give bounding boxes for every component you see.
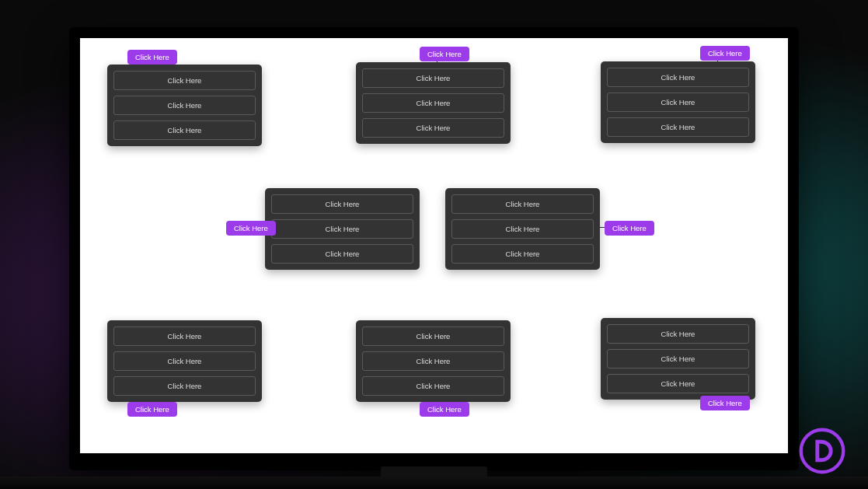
dropdown-item[interactable]: Click Here [607,68,749,87]
dropdown-item[interactable]: Click Here [113,71,256,90]
dropdown-item[interactable]: Click Here [113,121,256,140]
trigger-button-bot-left[interactable]: Click Here [127,402,177,417]
trigger-button-mid-left[interactable]: Click Here [226,221,276,236]
dropdown-item[interactable]: Click Here [362,376,504,396]
dropdown-item[interactable]: Click Here [362,118,504,138]
trigger-button-mid-right[interactable]: Click Here [605,221,654,236]
dropdown-panel-mid-right: Click HereClick HereClick Here [445,188,600,270]
dropdown-item[interactable]: Click Here [362,93,504,113]
divi-logo-icon [798,427,846,475]
dropdown-item[interactable]: Click Here [271,244,413,264]
dropdown-item[interactable]: Click Here [362,327,504,346]
dropdown-item[interactable]: Click Here [271,219,413,239]
trigger-button-bot-right[interactable]: Click Here [700,396,750,410]
dropdown-item[interactable]: Click Here [451,194,594,214]
dropdown-panel-mid-left: Click HereClick HereClick Here [265,188,420,270]
monitor-screen: Click HereClick HereClick HereClick Here… [80,38,788,453]
dropdown-panel-bot-right: Click HereClick HereClick Here [601,318,755,400]
dropdown-item[interactable]: Click Here [271,194,413,214]
dropdown-panel-top-right: Click HereClick HereClick Here [601,61,755,143]
dropdown-item[interactable]: Click Here [607,93,749,112]
dropdown-item[interactable]: Click Here [607,349,749,368]
trigger-button-bot-center[interactable]: Click Here [420,402,469,417]
trigger-button-top-center[interactable]: Click Here [420,47,469,61]
desk-surface [0,477,868,489]
dropdown-item[interactable]: Click Here [607,374,749,393]
dropdown-panel-bot-left: Click HereClick HereClick Here [107,320,262,402]
dropdown-item[interactable]: Click Here [607,324,749,344]
svg-point-0 [801,430,844,473]
dropdown-panel-top-left: Click HereClick HereClick Here [107,65,262,146]
monitor-frame: Click HereClick HereClick HereClick Here… [69,27,799,470]
dropdown-item[interactable]: Click Here [113,96,256,115]
trigger-button-top-right[interactable]: Click Here [700,46,750,61]
dropdown-item[interactable]: Click Here [362,68,504,88]
dropdown-item[interactable]: Click Here [113,376,256,396]
dropdown-item[interactable]: Click Here [451,219,594,239]
dropdown-item[interactable]: Click Here [451,244,594,264]
dropdown-item[interactable]: Click Here [607,117,749,137]
dropdown-panel-bot-center: Click HereClick HereClick Here [356,320,511,402]
dropdown-item[interactable]: Click Here [113,351,256,371]
trigger-button-top-left[interactable]: Click Here [127,50,177,65]
layout-canvas: Click HereClick HereClick HereClick Here… [80,38,788,453]
dropdown-item[interactable]: Click Here [362,351,504,371]
dropdown-panel-top-center: Click HereClick HereClick Here [356,62,511,144]
dropdown-item[interactable]: Click Here [113,327,256,346]
